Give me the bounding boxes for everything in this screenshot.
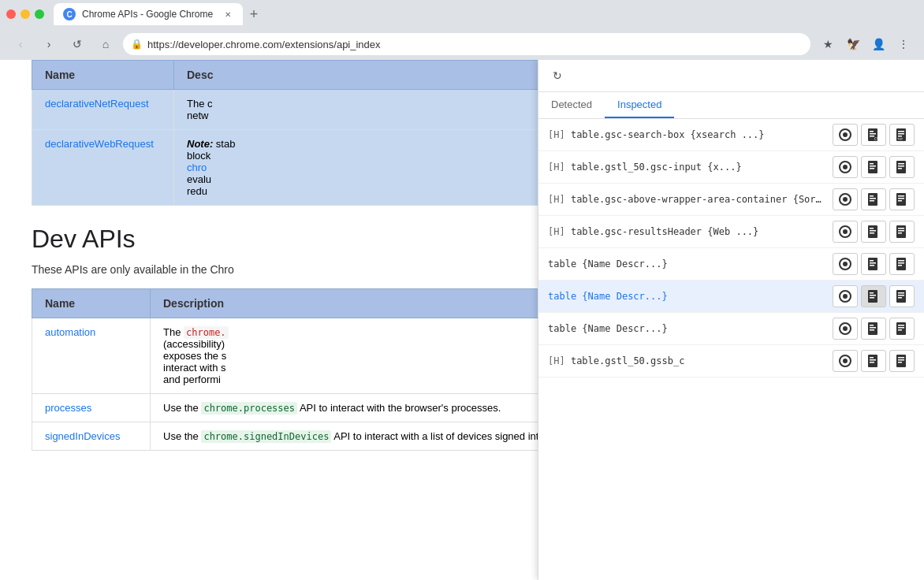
active-tab[interactable]: C Chrome APIs - Google Chrome ✕ (54, 3, 243, 25)
bookmark-button[interactable]: ★ (817, 33, 839, 55)
back-button[interactable]: ‹ (9, 33, 32, 55)
svg-rect-75 (870, 357, 874, 359)
api-name-cell: automation (32, 318, 151, 394)
action-circle-button[interactable] (833, 253, 858, 275)
action-circle-button[interactable] (833, 285, 858, 307)
action-cv-button[interactable] (861, 221, 886, 243)
action-txt-button[interactable]: TXT (889, 124, 915, 146)
item-label: table {Name Descr...} (548, 258, 826, 270)
svg-rect-48 (896, 258, 906, 270)
svg-rect-8 (898, 131, 904, 132)
svg-rect-60 (898, 295, 904, 296)
action-txt-button[interactable] (889, 253, 915, 275)
svg-rect-28 (896, 193, 906, 206)
list-item[interactable]: table {Name Descr...} (538, 248, 924, 281)
svg-rect-15 (870, 163, 874, 165)
svg-rect-25 (870, 195, 874, 197)
automation-link[interactable]: automation (45, 326, 95, 338)
svg-point-63 (843, 326, 848, 331)
action-circle-button[interactable] (833, 156, 858, 178)
action-cv-button[interactable] (861, 253, 886, 275)
svg-rect-45 (870, 260, 874, 262)
svg-rect-44 (868, 258, 877, 270)
avatar-button[interactable]: 👤 (867, 33, 889, 55)
svg-rect-18 (896, 161, 906, 173)
action-txt-button[interactable] (889, 188, 915, 210)
action-cv-button[interactable] (861, 350, 886, 372)
tab-detected[interactable]: Detected (538, 92, 605, 118)
maximize-button[interactable] (35, 9, 44, 19)
svg-rect-27 (870, 200, 874, 202)
action-circle-button[interactable] (833, 350, 858, 372)
action-cv-button[interactable] (861, 285, 886, 307)
tab-bar: C Chrome APIs - Google Chrome ✕ + (54, 3, 918, 25)
chro-link[interactable]: chro (187, 162, 207, 173)
svg-rect-68 (896, 322, 906, 335)
action-cv-button[interactable] (861, 188, 886, 210)
lock-icon: 🔒 (131, 39, 143, 50)
action-circle-button[interactable] (833, 221, 858, 243)
col-header-name: Name (32, 61, 174, 90)
main-content: Name Desc declarativeNetRequest The cnet… (0, 60, 924, 580)
svg-rect-55 (870, 292, 874, 294)
svg-rect-17 (870, 168, 874, 169)
action-txt-button[interactable] (889, 350, 915, 372)
list-item[interactable]: table {Name Descr...} (538, 313, 924, 345)
svg-rect-29 (898, 195, 904, 197)
api-name-cell: signedInDevices (32, 422, 151, 451)
svg-rect-77 (870, 362, 874, 363)
list-item[interactable]: [H] table.gsc-above-wrapper-area-contain… (538, 184, 924, 216)
svg-rect-65 (870, 325, 874, 326)
api-link[interactable]: declarativeWebRequest (45, 138, 154, 150)
menu-button[interactable]: ⋮ (892, 33, 915, 55)
item-tag: [H] (548, 355, 571, 366)
action-cv-button[interactable]: CV (861, 124, 886, 146)
tab-inspected[interactable]: Inspected (605, 92, 674, 118)
forward-button[interactable]: › (38, 33, 60, 55)
svg-point-13 (843, 165, 848, 169)
reload-button[interactable]: ↺ (66, 33, 88, 55)
title-bar: C Chrome APIs - Google Chrome ✕ + (0, 0, 924, 28)
list-item[interactable]: [H] table.gsc-search-box {xsearch ...} C… (538, 119, 924, 151)
svg-point-33 (843, 229, 848, 234)
svg-rect-80 (898, 359, 904, 361)
svg-point-43 (843, 262, 848, 266)
action-cv-button[interactable] (861, 156, 886, 178)
svg-rect-26 (870, 198, 876, 199)
action-txt-button[interactable] (889, 221, 915, 243)
code-snippet: chrome.processes (201, 402, 297, 415)
svg-point-73 (843, 359, 848, 363)
api-link[interactable]: declarativeNetRequest (45, 98, 149, 110)
action-cv-button[interactable] (861, 318, 886, 340)
panel-refresh-button[interactable]: ↻ (548, 66, 567, 85)
list-item[interactable]: table {Name Descr...} (538, 281, 924, 313)
list-item[interactable]: [H] table.gstl_50.gssb_c (538, 345, 924, 377)
new-tab-button[interactable]: + (243, 3, 265, 25)
svg-rect-67 (870, 329, 874, 331)
action-circle-button[interactable] (833, 318, 858, 340)
address-bar[interactable]: 🔒 https://developer.chrome.com/extension… (123, 33, 810, 55)
svg-rect-58 (896, 290, 906, 303)
list-item[interactable]: [H] table.gsc-resultsHeader {Web ...} (538, 216, 924, 248)
action-txt-button[interactable] (889, 285, 915, 307)
svg-rect-9 (898, 133, 904, 135)
svg-rect-20 (898, 165, 904, 167)
action-circle-button[interactable] (833, 124, 858, 146)
svg-rect-61 (898, 297, 902, 299)
minimize-button[interactable] (20, 9, 30, 19)
action-circle-button[interactable] (833, 188, 858, 210)
item-actions (833, 318, 915, 340)
extension-icon[interactable]: 🦅 (842, 33, 864, 55)
item-tag: [H] (548, 162, 571, 173)
action-txt-button[interactable] (889, 156, 915, 178)
list-item[interactable]: [H] table.gstl_50.gsc-input {x...} (538, 151, 924, 184)
close-button[interactable] (6, 9, 16, 19)
traffic-lights (6, 9, 44, 19)
svg-point-23 (843, 197, 848, 202)
action-txt-button[interactable] (889, 318, 915, 340)
signed-in-devices-link[interactable]: signedInDevices (45, 430, 120, 442)
home-button[interactable]: ⌂ (95, 33, 117, 55)
item-actions: CV TXT (833, 124, 915, 146)
tab-close-button[interactable]: ✕ (222, 9, 233, 20)
processes-link[interactable]: processes (45, 402, 91, 414)
